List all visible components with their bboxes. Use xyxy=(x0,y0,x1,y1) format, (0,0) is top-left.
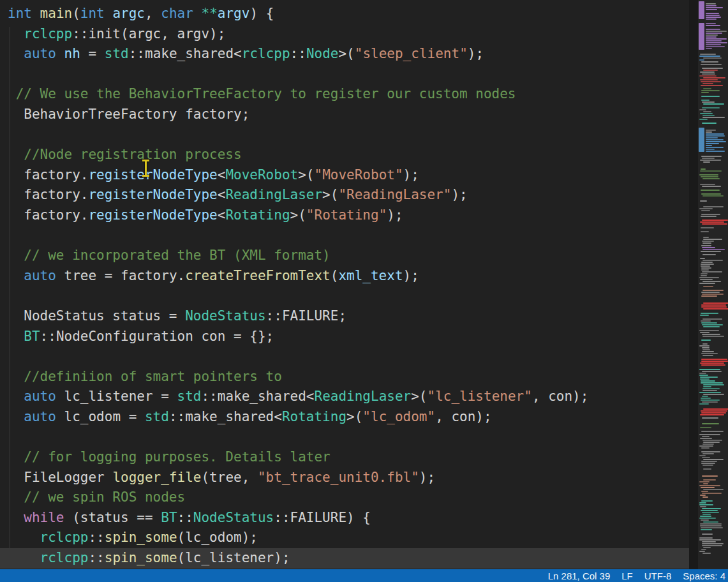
code-token: auto xyxy=(24,268,56,283)
code-line[interactable]: // we spin ROS nodes xyxy=(0,488,692,508)
minimap-line xyxy=(703,326,720,327)
code-line-current[interactable]: rclcpp::spin_some(lc_listener); xyxy=(0,548,692,569)
eol-indicator[interactable]: LF xyxy=(621,571,633,581)
minimap[interactable] xyxy=(698,0,728,569)
minimap-line xyxy=(702,436,709,437)
code-line[interactable]: while (status == BT::NodeStatus::FAILURE… xyxy=(0,508,692,528)
code-token: < xyxy=(218,187,226,202)
encoding-indicator[interactable]: UTF-8 xyxy=(644,571,672,581)
code-token: >( xyxy=(346,409,362,424)
minimap-block xyxy=(699,23,704,50)
code-token: nh xyxy=(64,46,80,61)
minimap-line xyxy=(702,453,714,454)
minimap-line xyxy=(701,510,718,511)
code-token: lc_odom = xyxy=(56,409,145,424)
minimap-line xyxy=(699,485,720,486)
code-line[interactable]: //definiion of smart pointers to xyxy=(0,367,692,387)
minimap-line xyxy=(701,273,708,274)
code-line[interactable]: // we incorporated the BT (XML format) xyxy=(0,246,692,266)
code-line[interactable]: int main(int argc, char **argv) { xyxy=(0,4,692,24)
code-line[interactable]: auto nh = std::make_shared<rclcpp::Node>… xyxy=(0,44,692,64)
code-line[interactable] xyxy=(0,125,692,146)
code-token: xml_text xyxy=(338,268,403,283)
minimap-line xyxy=(702,247,715,248)
minimap-line xyxy=(702,396,708,397)
code-line[interactable] xyxy=(0,427,692,447)
code-comment-token: //Node registration process xyxy=(8,147,242,162)
code-line[interactable]: rclcpp::init(argc, argv); xyxy=(0,24,692,45)
line-col-indicator[interactable]: Ln 281, Col 39 xyxy=(548,571,611,581)
code-token: = xyxy=(80,46,105,61)
minimap-line xyxy=(701,85,723,86)
code-token: :: xyxy=(290,46,306,61)
code-token: ::NodeConfiguration con = {}; xyxy=(40,329,274,344)
minimap-line xyxy=(702,260,723,261)
minimap-line xyxy=(702,496,708,498)
minimap-line xyxy=(703,286,713,287)
code-token: , con); xyxy=(532,389,589,404)
code-comment-token: // for logging purposes. Details later xyxy=(8,449,331,465)
minimap-line xyxy=(706,40,722,41)
minimap-line xyxy=(702,440,722,441)
minimap-line xyxy=(699,375,708,376)
minimap-line xyxy=(703,489,724,490)
minimap-line xyxy=(701,382,723,384)
code-line[interactable] xyxy=(0,64,692,85)
text-ibeam-cursor-icon xyxy=(142,160,150,177)
code-line[interactable]: BT::NodeConfiguration con = {}; xyxy=(0,327,692,347)
code-token: ( xyxy=(331,268,339,283)
code-token xyxy=(8,26,24,41)
code-line[interactable] xyxy=(0,226,692,246)
code-line[interactable]: NodeStatus status = NodeStatus::FAILURE; xyxy=(0,306,692,327)
code-token: while xyxy=(24,510,64,525)
minimap-line xyxy=(699,481,709,482)
minimap-line xyxy=(702,390,717,391)
minimap-line xyxy=(702,294,724,295)
code-line[interactable] xyxy=(0,286,692,306)
minimap-line xyxy=(699,455,706,456)
code-token: ( xyxy=(72,6,80,21)
code-token: argv xyxy=(218,6,250,21)
indentation-indicator[interactable]: Spaces: 4 xyxy=(683,571,725,581)
code-editor[interactable]: int main(int argc, char **argv) { rclcpp… xyxy=(0,0,692,569)
code-token xyxy=(8,46,24,61)
code-line[interactable]: // We use the BehaviorTreeFactory to reg… xyxy=(0,84,692,105)
minimap-line xyxy=(699,551,705,552)
minimap-line xyxy=(700,200,707,202)
minimap-line xyxy=(700,221,724,223)
code-line[interactable]: //Node registration process xyxy=(0,145,692,165)
minimap-line xyxy=(701,265,710,267)
minimap-line xyxy=(702,115,715,116)
code-line[interactable]: auto lc_listener = std::make_shared<Read… xyxy=(0,387,692,407)
code-token: >( xyxy=(338,46,354,61)
code-line[interactable]: factory.registerNodeType<ReadingLaser>("… xyxy=(0,185,692,205)
code-line[interactable]: factory.registerNodeType<MoveRobot>("Mov… xyxy=(0,165,692,186)
minimap-line xyxy=(703,161,710,163)
minimap-line xyxy=(701,313,718,314)
code-line[interactable]: BehaviorTreeFactory factory; xyxy=(0,105,692,125)
minimap-line xyxy=(703,394,724,395)
code-line[interactable]: rclcpp::spin_some(lc_odom); xyxy=(0,528,692,548)
code-line[interactable]: factory.registerNodeType<Rotating>("Rota… xyxy=(0,205,692,226)
code-token: FileLogger xyxy=(8,470,112,485)
code-line[interactable] xyxy=(0,347,692,367)
minimap-line xyxy=(699,392,721,393)
code-line[interactable]: auto tree = factory.createTreeFromText(x… xyxy=(0,266,692,287)
code-line[interactable]: FileLogger logger_file(tree, "bt_trace_u… xyxy=(0,468,692,488)
minimap-line xyxy=(701,322,717,324)
code-token: , xyxy=(145,6,161,21)
minimap-line xyxy=(700,54,716,55)
minimap-line xyxy=(701,92,709,93)
code-line[interactable]: // for logging purposes. Details later xyxy=(0,447,692,468)
code-token: "MoveRobot" xyxy=(314,167,403,183)
code-token xyxy=(8,510,24,525)
code-line[interactable]: auto lc_odom = std::make_shared<Rotating… xyxy=(0,407,692,428)
code-token: (status == xyxy=(64,510,161,525)
minimap-line xyxy=(701,264,714,265)
code-token: logger_file xyxy=(112,470,201,485)
code-area[interactable]: int main(int argc, char **argv) { rclcpp… xyxy=(0,4,692,569)
minimap-line xyxy=(702,68,723,69)
minimap-line xyxy=(702,324,723,325)
minimap-line xyxy=(701,304,726,306)
minimap-line xyxy=(701,451,720,452)
